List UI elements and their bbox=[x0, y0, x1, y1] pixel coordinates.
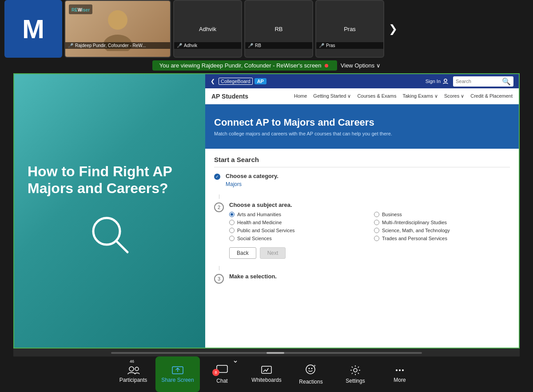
svg-point-14 bbox=[354, 368, 357, 372]
step-1-content: Choose a category. Majors bbox=[226, 173, 510, 187]
toolbar-chat[interactable]: 8 Chat bbox=[200, 356, 244, 392]
participant-tile-pras: Pras 🎤 Pras bbox=[315, 0, 384, 58]
toolbar-whiteboards[interactable]: Whiteboards bbox=[244, 356, 289, 392]
scroll-thumb[interactable] bbox=[266, 352, 284, 354]
step-2-buttons: Back Next bbox=[229, 247, 510, 259]
hero-subtitle: Match college majors and careers with th… bbox=[214, 131, 392, 136]
ap-students-nav: AP Students Home Getting Started ∨ Cours… bbox=[205, 88, 519, 104]
subject-trades[interactable]: Trades and Personal Services bbox=[374, 236, 510, 241]
step-3-content: Make a selection. bbox=[229, 273, 510, 284]
toolbar-reactions[interactable]: + Reactions bbox=[289, 356, 333, 392]
radio-multi[interactable] bbox=[374, 220, 379, 225]
rb-mute-icon: 🎤 bbox=[248, 43, 253, 48]
whiteboards-label: Whiteboards bbox=[251, 377, 281, 383]
radio-social[interactable] bbox=[229, 236, 235, 241]
next-button[interactable]: Next bbox=[260, 247, 286, 259]
rewiser-overlay-logo: REWiser bbox=[72, 8, 90, 12]
subject-social[interactable]: Social Sciences bbox=[229, 236, 365, 241]
adhvik-name-label: Adhvik bbox=[184, 43, 197, 48]
subject-social-label: Social Sciences bbox=[237, 236, 272, 241]
participant-tile-presenter: REWiser 🎤 Rajdeep Pundir, Cofounder - Re… bbox=[64, 0, 171, 58]
nav-scores[interactable]: Scores ∨ bbox=[444, 93, 464, 99]
svg-text:+: + bbox=[314, 364, 316, 368]
share-screen-label: Share Screen bbox=[161, 377, 194, 383]
reactions-icon-wrapper: + bbox=[305, 364, 317, 377]
subject-multi-label: Multi-/Interdisciplinary Studies bbox=[382, 220, 447, 225]
subject-multi[interactable]: Multi-/Interdisciplinary Studies bbox=[374, 220, 510, 225]
cb-search-input[interactable] bbox=[456, 79, 500, 84]
cb-search-box[interactable]: 🔍 bbox=[453, 76, 513, 87]
subject-arts-label: Arts and Humanities bbox=[237, 212, 281, 217]
radio-health[interactable] bbox=[229, 220, 235, 225]
participants-label: Participants bbox=[119, 377, 147, 383]
cb-search-section: Start a Search ✓ Choose a category. Majo… bbox=[205, 149, 519, 348]
view-options-button[interactable]: View Options ∨ bbox=[341, 62, 381, 69]
pras-name-display: Pras bbox=[344, 26, 356, 32]
nav-credit[interactable]: Credit & Placement bbox=[470, 93, 513, 99]
scroll-track[interactable] bbox=[111, 352, 422, 354]
subject-left-col: Arts and Humanities Health and Medicine … bbox=[229, 212, 365, 241]
bottom-toolbar: 46 Participants Share Screen 8 Chat Whit… bbox=[0, 356, 533, 392]
chat-badge: 8 bbox=[212, 369, 219, 376]
radio-business[interactable] bbox=[374, 212, 379, 217]
subject-health-label: Health and Medicine bbox=[237, 220, 282, 225]
toolbar-participants[interactable]: 46 Participants bbox=[111, 356, 155, 392]
nav-courses-exams[interactable]: Courses & Exams bbox=[357, 93, 396, 99]
svg-point-15 bbox=[396, 369, 398, 371]
subject-health[interactable]: Health and Medicine bbox=[229, 220, 365, 225]
viewing-banner-text: You are viewing Rajdeep Pundir, Cofounde… bbox=[152, 60, 337, 71]
chat-chevron-icon bbox=[233, 359, 238, 364]
settings-label: Settings bbox=[346, 378, 365, 384]
more-icon bbox=[394, 365, 406, 375]
step-1: ✓ Choose a category. Majors bbox=[214, 173, 510, 187]
radio-public[interactable] bbox=[229, 228, 235, 233]
m-logo: M bbox=[22, 14, 44, 44]
step-1-value: Majors bbox=[226, 181, 510, 187]
scroll-bar-area bbox=[13, 348, 520, 357]
subject-science[interactable]: Science, Math, and Technology bbox=[374, 228, 510, 233]
participant-tile-rb: RB 🎤 RB bbox=[244, 0, 313, 58]
next-participants-button[interactable]: ❯ bbox=[386, 23, 400, 35]
toolbar-more[interactable]: More bbox=[378, 356, 422, 392]
step-connector-2 bbox=[219, 266, 219, 270]
toolbar-share-screen[interactable]: Share Screen bbox=[155, 356, 200, 392]
adhvik-name-display: Adhvik bbox=[199, 26, 216, 32]
nav-taking-exams[interactable]: Taking Exams ∨ bbox=[402, 93, 438, 99]
radio-trades[interactable] bbox=[374, 236, 379, 241]
participant-tile-m: M bbox=[4, 0, 62, 58]
presentation-slide: How to Find Right AP Majors and Careers? bbox=[14, 74, 205, 348]
cb-search-icon: 🔍 bbox=[502, 77, 511, 86]
step-3-indicator: 3 bbox=[214, 274, 224, 284]
screen-share-banner: You are viewing Rajdeep Pundir, Cofounde… bbox=[0, 58, 533, 73]
cb-collegeboard-logo: CollegeBoard bbox=[219, 78, 253, 85]
hero-title: Connect AP to Majors and Careers bbox=[214, 117, 392, 128]
nav-home[interactable]: Home bbox=[294, 93, 307, 99]
nav-getting-started[interactable]: Getting Started ∨ bbox=[313, 93, 351, 99]
radio-arts[interactable] bbox=[229, 212, 235, 217]
cb-back-chevron: ❮ bbox=[211, 78, 215, 84]
rb-name-label: RB bbox=[255, 43, 261, 48]
radio-science[interactable] bbox=[374, 228, 379, 233]
step-2-indicator: 2 bbox=[214, 202, 224, 212]
settings-icon bbox=[350, 364, 361, 376]
step-connector-1 bbox=[219, 194, 219, 199]
slide-title: How to Find Right AP Majors and Careers? bbox=[28, 163, 192, 197]
step-2-content: Choose a subject area. Arts and Humaniti… bbox=[229, 202, 510, 259]
svg-point-16 bbox=[399, 369, 401, 371]
svg-point-12 bbox=[311, 368, 313, 369]
subject-business-label: Business bbox=[382, 212, 402, 217]
screen-share-area: How to Find Right AP Majors and Careers?… bbox=[13, 73, 520, 348]
subject-business[interactable]: Business bbox=[374, 212, 510, 217]
subject-science-label: Science, Math, and Technology bbox=[382, 228, 450, 233]
toolbar-settings[interactable]: Settings bbox=[333, 356, 378, 392]
subject-public[interactable]: Public and Social Services bbox=[229, 228, 365, 233]
share-screen-icon bbox=[171, 365, 184, 375]
presenter-name: Rajdeep Pundir, Cofounder - ReW... bbox=[75, 43, 146, 48]
step-1-indicator: ✓ bbox=[214, 174, 220, 180]
subject-arts[interactable]: Arts and Humanities bbox=[229, 212, 365, 217]
pras-name-bar: 🎤 Pras bbox=[316, 42, 383, 49]
svg-point-4 bbox=[444, 79, 447, 82]
subject-public-label: Public and Social Services bbox=[237, 228, 295, 233]
back-button[interactable]: Back bbox=[229, 247, 256, 259]
chat-label: Chat bbox=[216, 378, 227, 384]
